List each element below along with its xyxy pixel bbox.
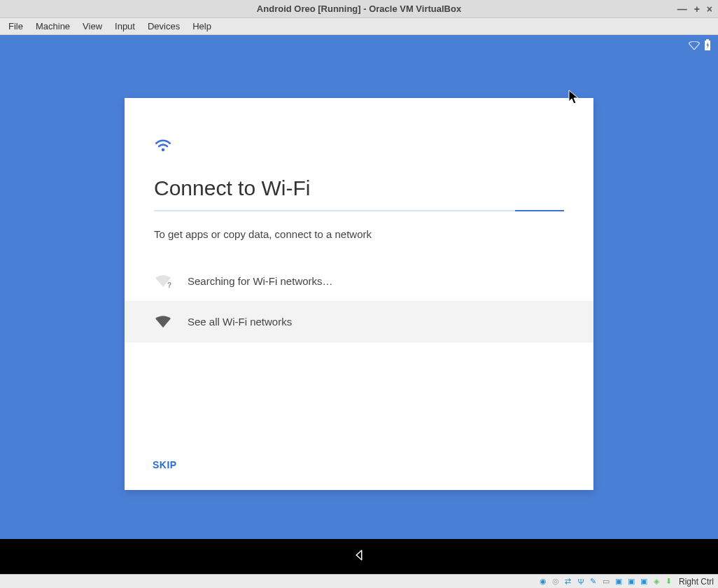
menu-help[interactable]: Help [192, 21, 211, 31]
wifi-full-icon [154, 315, 172, 329]
indicator-icon: ▣ [638, 576, 649, 587]
usb-icon: Ψ [575, 576, 586, 587]
progress-bar [154, 210, 564, 211]
mouse-integration-icon: ⬇ [663, 576, 675, 587]
menu-input[interactable]: Input [115, 21, 135, 31]
shared-folder-icon: ✎ [588, 576, 599, 587]
menu-file[interactable]: File [8, 21, 23, 31]
vrde-icon: ▣ [626, 576, 637, 587]
wifi-searching-label: Searching for Wi-Fi networks… [188, 275, 333, 287]
window-titlebar: Android Oreo [Running] - Oracle VM Virtu… [0, 0, 718, 18]
close-button[interactable]: × [707, 4, 712, 15]
recording-icon: ▣ [613, 576, 624, 587]
android-status-bar [689, 39, 711, 53]
svg-point-2 [162, 148, 164, 151]
svg-text:?: ? [167, 281, 171, 288]
hd-activity-icon: ◉ [537, 576, 549, 587]
skip-button[interactable]: SKIP [153, 459, 177, 470]
maximize-button[interactable]: + [694, 4, 700, 15]
android-navbar [0, 539, 718, 574]
setup-heading: Connect to Wi-Fi [154, 176, 564, 200]
see-all-networks-label: See all Wi-Fi networks [188, 316, 292, 328]
svg-rect-0 [706, 39, 709, 41]
network-icon: ⇄ [563, 576, 574, 587]
menu-view[interactable]: View [83, 21, 102, 31]
display-icon: ▭ [600, 576, 612, 587]
setup-subtitle: To get apps or copy data, connect to a n… [154, 228, 564, 240]
optical-drive-icon: ◎ [550, 576, 561, 587]
minimize-button[interactable]: — [677, 4, 687, 15]
wifi-icon [154, 139, 564, 155]
menubar: File Machine View Input Devices Help [0, 18, 718, 35]
back-button[interactable] [353, 549, 365, 564]
wifi-searching-row: ? Searching for Wi-Fi networks… [125, 261, 593, 302]
window-title: Android Oreo [Running] - Oracle VM Virtu… [257, 4, 461, 14]
setup-card: Connect to Wi-Fi To get apps or copy dat… [125, 98, 593, 490]
guest-display[interactable]: Connect to Wi-Fi To get apps or copy dat… [0, 35, 718, 588]
menu-devices[interactable]: Devices [148, 21, 180, 31]
menu-machine[interactable]: Machine [36, 21, 70, 31]
wifi-unknown-icon: ? [154, 274, 172, 288]
see-all-networks-row[interactable]: See all Wi-Fi networks [125, 302, 593, 342]
host-key-label: Right Ctrl [679, 577, 714, 587]
battery-icon [704, 39, 711, 53]
features-icon: ◈ [651, 576, 662, 587]
wifi-status-icon [689, 40, 700, 52]
vbox-statusbar: ◉ ◎ ⇄ Ψ ✎ ▭ ▣ ▣ ▣ ◈ ⬇ Right Ctrl [0, 574, 718, 588]
